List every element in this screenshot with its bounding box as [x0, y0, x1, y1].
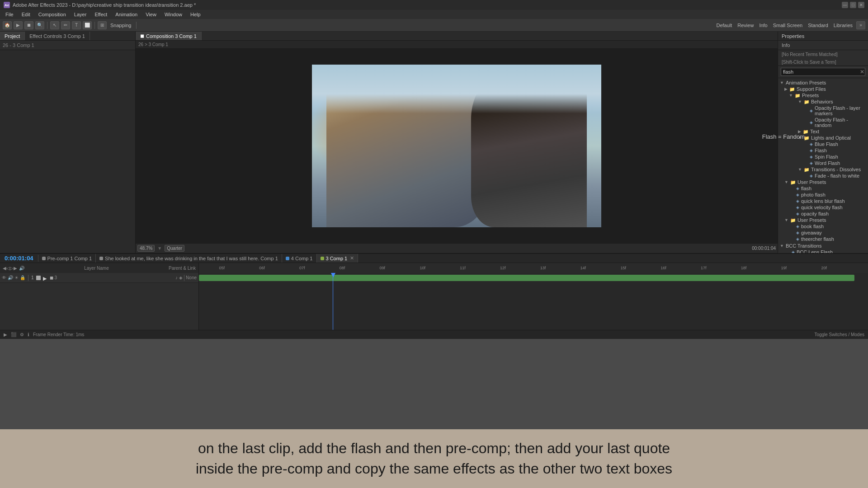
play-btn[interactable]: ▶ — [14, 21, 23, 29]
layer-visibility-icon[interactable]: 👁 — [2, 275, 6, 280]
stop-btn[interactable]: ⏹ — [24, 21, 33, 29]
tab-project[interactable]: Project — [0, 32, 25, 40]
timeline-tab-3comp[interactable]: 3 Comp 1 ✕ — [317, 254, 359, 263]
text-toggle[interactable]: ▶ 📁 Text — [796, 128, 868, 135]
type-tool[interactable]: T — [72, 21, 81, 29]
user-presets2-toggle[interactable]: ▼ 📁 User Presets — [783, 217, 868, 223]
snapping-toggle[interactable]: ⊞ — [98, 21, 107, 29]
bcc-transitions-toggle[interactable]: ▼ BCC Transitions — [778, 243, 868, 249]
workspace-extend[interactable]: » — [856, 21, 865, 29]
workspace-libraries[interactable]: Libraries — [832, 23, 854, 28]
quality-display[interactable]: Quarter — [165, 245, 184, 252]
menu-composition[interactable]: Composition — [35, 11, 70, 18]
layer-audio-icon[interactable]: 🔊 — [8, 275, 13, 280]
layer-expand-icon[interactable]: ▶ — [43, 276, 47, 280]
transitions-dissolves-group: ▼ 📁 Transitions - Dissolves ◈ Fade - fla… — [796, 166, 868, 179]
item-opacity-flash[interactable]: ◈ opacity flash — [787, 211, 868, 217]
timeline-tab-quote[interactable]: She looked at me, like she was drinking … — [96, 254, 282, 263]
expand-icon[interactable]: ▶ — [4, 332, 7, 337]
folder-icon: 📁 — [804, 167, 809, 172]
item-spin-flash[interactable]: ◈ Spin Flash — [801, 154, 868, 160]
tl-playhead[interactable] — [333, 273, 333, 330]
item-blue-flash[interactable]: ◈ Blue Flash — [801, 141, 868, 147]
timeline-header: ◀◁▷▶ 🔊 Layer Name Parent & Link 05f 06f … — [0, 263, 868, 273]
workspace-smallscreen[interactable]: Small Screen — [771, 23, 804, 28]
workspace-review[interactable]: Review — [736, 23, 755, 28]
timecode-display: 00:00:01:04 — [752, 246, 776, 251]
item-bcc-lens-flash[interactable]: ◈ BCC Lens Flash — [783, 249, 868, 253]
zoom-display[interactable]: 48.7% — [137, 245, 155, 252]
menu-file[interactable]: File — [2, 11, 17, 18]
user-presets1-toggle[interactable]: ▼ 📁 User Presets — [783, 179, 868, 185]
tl-ruler-header: 05f 06f 07f 08f 09f 10f 11f 12f 13f 14f … — [199, 263, 868, 273]
item-opacity-flash-markers[interactable]: ◈ Opacity Flash - layer markers — [801, 105, 868, 117]
menu-window[interactable]: Window — [161, 11, 186, 18]
arrow-tool[interactable]: ↖ — [50, 21, 59, 29]
animation-presets-toggle[interactable]: ▼ Animation Presets — [778, 80, 868, 86]
comp-bottom-toolbar: 48.7% ▼ Quarter 00:00:01:04 — [136, 243, 778, 253]
presets-toggle[interactable]: ▼ 📁 Presets — [787, 92, 868, 99]
item-giveaway[interactable]: ◈ giveaway — [787, 230, 868, 236]
folder-icon: 📁 — [789, 87, 795, 92]
item-photo-flash[interactable]: ◈ photo flash — [787, 192, 868, 198]
menu-edit[interactable]: Edit — [18, 11, 34, 18]
layer-motion-icon: ◈ — [179, 275, 183, 280]
layer-solo-icon[interactable]: ☀ — [14, 275, 19, 280]
behaviors-group: ▼ 📁 Behaviors ◈ Opacity Flash - layer ma… — [796, 99, 868, 128]
item-label: book flash — [801, 224, 824, 229]
maximize-button[interactable]: □ — [850, 2, 856, 8]
toggle-switches[interactable]: Toggle Switches / Modes — [814, 332, 864, 337]
menu-help[interactable]: Help — [187, 11, 204, 18]
right-panel: Properties Info [No Recent Terms Matched… — [778, 32, 868, 253]
folder-icon: 📁 — [803, 129, 808, 134]
timeline-tab-precomp1[interactable]: Pre-comp 1 Comp 1 — [38, 254, 96, 263]
preset-icon: ◈ — [796, 192, 799, 197]
item-flash[interactable]: ◈ Flash — [801, 147, 868, 154]
close-button[interactable]: ✕ — [858, 2, 864, 8]
menu-animation[interactable]: Animation — [112, 11, 141, 18]
shape-tool[interactable]: ⬜ — [83, 21, 92, 29]
effects-tree: ▼ Animation Presets ▶ 📁 Support Files ▼ … — [778, 78, 868, 253]
workspace-standard[interactable]: Standard — [806, 23, 830, 28]
item-book-flash[interactable]: ◈ book flash — [787, 223, 868, 230]
item-flash-user[interactable]: ◈ flash — [787, 185, 868, 192]
layer-bar[interactable] — [199, 275, 854, 281]
current-time[interactable]: 0:00:01:04 — [3, 255, 35, 262]
ruler-17f: 17f — [701, 266, 707, 270]
folder-icon: 📁 — [795, 93, 800, 98]
menu-effect[interactable]: Effect — [91, 11, 111, 18]
lights-optical-toggle[interactable]: ▼ 📁 Lights and Optical — [796, 135, 868, 141]
close-tab-icon[interactable]: ✕ — [350, 255, 354, 261]
search-clear-btn[interactable]: ✕ — [860, 69, 864, 75]
menu-view[interactable]: View — [142, 11, 160, 18]
no-recent-terms: [No Recent Terms Matched] — [778, 50, 868, 59]
settings-icon[interactable]: ⚙ — [20, 332, 24, 337]
item-word-flash[interactable]: ◈ Word Flash — [801, 160, 868, 166]
tab-effect-controls[interactable]: Effect Controls 3 Comp 1 — [25, 32, 90, 40]
search-btn[interactable]: 🔍 — [35, 21, 44, 29]
arrow-icon: ▼ — [780, 80, 784, 85]
tab-composition[interactable]: ◼ Composition 3 Comp 1 — [136, 32, 202, 40]
transitions-toggle[interactable]: ▼ 📁 Transitions - Dissolves — [796, 166, 868, 173]
tab-label: 4 Comp 1 — [291, 256, 313, 261]
tl-layers-panel: 👁 🔊 ☀ 🔒 1 ▶ ◼ 3 ♪ ◈ None — [0, 273, 199, 330]
item-fade-flash-white[interactable]: ◈ Fade - flash to white — [801, 173, 868, 179]
item-quick-lens-blur-flash[interactable]: ◈ quick lens blur flash — [787, 198, 868, 204]
behaviors-toggle[interactable]: ▼ 📁 Behaviors — [796, 99, 868, 105]
layer-lock-icon[interactable]: 🔒 — [20, 275, 25, 280]
workspace-default[interactable]: Default — [714, 23, 734, 28]
item-theercher-flash[interactable]: ◈ theercher flash — [787, 236, 868, 242]
timeline-tab-4comp[interactable]: 4 Comp 1 — [282, 254, 317, 263]
item-label: opacity flash — [801, 211, 829, 216]
preset-icon: ◈ — [792, 250, 795, 253]
home-btn[interactable]: 🏠 — [3, 21, 12, 29]
item-quick-velocity-flash[interactable]: ◈ quick velocity flash — [787, 204, 868, 211]
workspace-info[interactable]: Info — [757, 23, 769, 28]
minimize-button[interactable]: — — [842, 2, 848, 8]
item-label: photo flash — [801, 192, 826, 197]
effects-search-input[interactable] — [781, 68, 865, 76]
pen-tool[interactable]: ✏ — [61, 21, 70, 29]
support-files-toggle[interactable]: ▶ 📁 Support Files — [783, 86, 868, 92]
menu-layer[interactable]: Layer — [71, 11, 90, 18]
item-opacity-flash-random[interactable]: ◈ Opacity Flash - random — [801, 117, 868, 128]
